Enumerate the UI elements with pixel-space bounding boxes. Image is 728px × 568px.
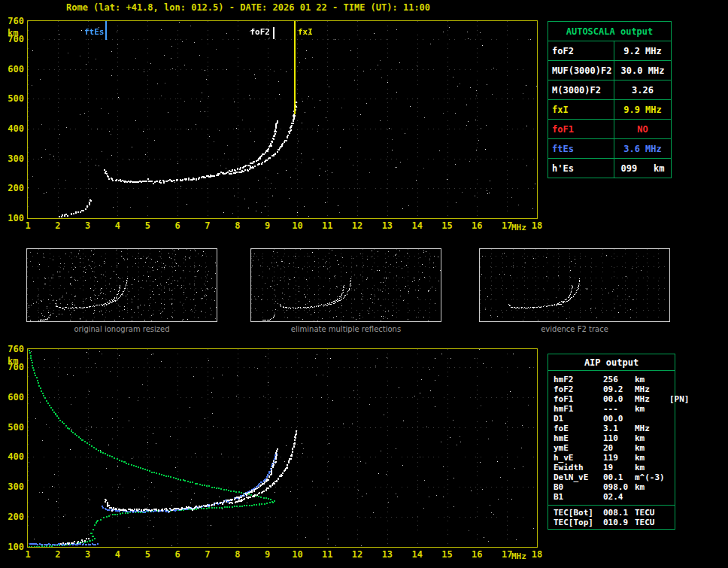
- aip-param-unit: km: [635, 482, 669, 492]
- y-tick-label: 760: [2, 16, 24, 26]
- window-title: Rome (lat: +41.8, lon: 012.5) - DATE: 20…: [66, 2, 430, 13]
- autoscala-row: foF29.2 MHz: [548, 41, 671, 61]
- x-tick-label: 5: [139, 549, 156, 560]
- aip-param-value: 09.2: [603, 384, 635, 394]
- aip-param-extra: [669, 384, 675, 394]
- aip-param-extra: [669, 472, 675, 482]
- x-tick-label: 11: [319, 220, 335, 231]
- x-tick-label: 1: [20, 549, 36, 560]
- autoscala-row-label: MUF(3000)F2: [548, 61, 614, 80]
- aip-param-unit: [635, 414, 669, 424]
- aip-param-name: foE: [554, 424, 603, 433]
- x-tick-label: 3: [80, 220, 96, 231]
- x-tick-label: 13: [379, 549, 396, 560]
- aip-param-name: hmF1: [554, 404, 603, 414]
- aip-param-extra: [669, 463, 675, 472]
- aip-header: AIP output: [548, 354, 675, 371]
- aip-param-value: 119: [603, 453, 635, 463]
- x-tick-label: 9: [259, 220, 276, 231]
- aip-param-value: 00.0: [603, 394, 635, 404]
- x-tick-label: 18: [529, 220, 545, 231]
- aip-param-name: B1: [554, 492, 603, 502]
- y-tick-label: 200: [2, 512, 24, 522]
- aip-param-name: D1: [554, 414, 603, 424]
- y-tick-label: 760: [2, 344, 24, 354]
- aip-param-extra: [669, 414, 675, 424]
- autoscala-header: AUTOSCALA output: [548, 22, 671, 41]
- y-tick-label: 300: [2, 481, 24, 492]
- autoscala-row-value: 3.6 MHz: [614, 139, 671, 158]
- aip-param-unit: km: [635, 404, 669, 414]
- y-tick-label: 500: [2, 93, 24, 104]
- aip-row: Ewidth19km: [548, 463, 675, 472]
- foF2-marker-label: foF2: [243, 27, 270, 37]
- aip-row: foF100.0MHz[PN]: [548, 394, 675, 404]
- x-tick-label: 12: [349, 220, 366, 231]
- y-tick-label: 500: [2, 422, 24, 433]
- aip-param-unit: km: [635, 375, 669, 384]
- top-ionogram-canvas: [28, 21, 537, 218]
- x-tick-label: 16: [469, 549, 485, 560]
- aip-param-unit: MHz: [635, 424, 669, 433]
- y-tick-label: 400: [2, 451, 24, 462]
- x-tick-label: 7: [199, 549, 216, 560]
- x-tick-label: 11: [319, 549, 335, 560]
- x-tick-label: 10: [289, 220, 305, 231]
- thumbnail-original-canvas: [27, 249, 217, 321]
- aip-row: hmF1---km: [548, 404, 675, 414]
- thumbnail-caption-reflections: eliminate multiple reflections: [250, 325, 441, 333]
- autoscala-row-label: fxI: [548, 100, 614, 119]
- y-tick-label: 400: [2, 123, 24, 134]
- x-tick-label: 14: [409, 549, 426, 560]
- thumbnail-f2-trace-canvas: [480, 249, 669, 321]
- autoscala-row: ftEs3.6 MHz: [548, 139, 671, 159]
- thumbnail-original-ionogram: [26, 248, 217, 322]
- x-tick-label: 7: [199, 220, 216, 231]
- x-tick-label: 4: [109, 549, 126, 560]
- aip-param-unit: MHz: [635, 384, 669, 394]
- aip-row: D100.0: [548, 414, 675, 424]
- aip-param-name: h_vE: [554, 453, 603, 463]
- aip-param-value: 19: [603, 463, 635, 472]
- thumbnail-multiple-reflections: [250, 248, 441, 322]
- aip-param-value: 00.1: [603, 472, 635, 482]
- autoscala-row: fxI9.9 MHz: [548, 100, 671, 120]
- autoscala-output-table: AUTOSCALA output foF29.2 MHzMUF(3000)F23…: [548, 21, 672, 178]
- aip-output-table: AIP output hmF2256kmfoF209.2MHzfoF100.0M…: [548, 354, 675, 530]
- thumbnail-multiple-reflections-canvas: [251, 249, 441, 321]
- foF2-marker-line: [273, 27, 275, 39]
- aip-param-value: 256: [603, 375, 635, 384]
- aip-param-name: foF2: [554, 384, 603, 394]
- aip-param-extra: [669, 492, 675, 502]
- x-tick-label: 1: [20, 220, 36, 231]
- autoscala-row: MUF(3000)F230.0 MHz: [548, 61, 671, 80]
- aip-row: h_vE119km: [548, 453, 675, 463]
- aip-param-value: 098.0: [603, 482, 635, 492]
- aip-param-name: ymE: [554, 443, 603, 453]
- aip-param-unit: TECU: [635, 518, 669, 527]
- aip-param-unit: km: [635, 433, 669, 443]
- autoscala-row-label: ftEs: [548, 139, 614, 158]
- autoscala-row-value: NO: [614, 120, 671, 138]
- x-tick-label: 18: [529, 549, 545, 560]
- aip-param-extra: [669, 443, 675, 453]
- aip-param-value: 00.0: [603, 414, 635, 424]
- x-tick-label: 12: [349, 549, 366, 560]
- x-tick-label: 6: [169, 220, 186, 231]
- thumbnail-caption-original: original ionogram resized: [26, 325, 217, 333]
- x-tick-label: 3: [80, 549, 96, 560]
- aip-param-name: Ewidth: [554, 463, 603, 472]
- x-tick-label: 15: [439, 220, 456, 231]
- aip-row: B0098.0km: [548, 482, 675, 492]
- aip-param-extra: [669, 453, 675, 463]
- y-tick-label: 600: [2, 64, 24, 74]
- aip-param-value: 02.4: [603, 492, 635, 502]
- aip-param-extra: [669, 482, 675, 492]
- autoscala-row-label: foF2: [548, 41, 614, 60]
- autoscala-row: M(3000)F23.26: [548, 80, 671, 100]
- y-tick-label: 700: [2, 362, 24, 372]
- x-tick-label: 16: [469, 220, 485, 231]
- aip-row: hmE110km: [548, 433, 675, 443]
- bottom-ionogram-canvas: [28, 349, 537, 547]
- x-tick-label: 5: [139, 220, 156, 231]
